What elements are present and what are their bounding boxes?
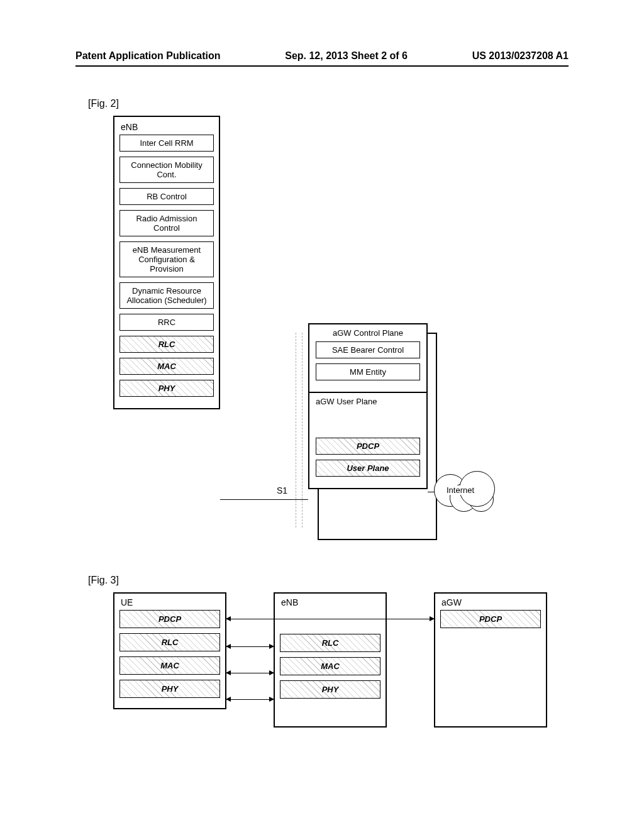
- enb-func-radio-admission: Radio Admission Control: [119, 210, 214, 236]
- agw-control-plane: aGW Control Plane SAE Bearer Control MM …: [308, 323, 428, 393]
- enb-layer-phy: PHY: [119, 380, 214, 397]
- agw-layer-pdcp-fig3: PDCP: [440, 610, 541, 628]
- enb-func-rrc: RRC: [119, 314, 214, 331]
- enb-func-scheduler: Dynamic Resource Allocation (Scheduler): [119, 282, 214, 309]
- agw-box-fig3: aGW PDCP: [434, 592, 547, 728]
- enb-layer-rlc: RLC: [119, 336, 214, 353]
- enb-func-measurement: eNB Measurement Configuration & Provisio…: [119, 241, 214, 277]
- s1-connector: [220, 499, 308, 500]
- header-right: US 2013/0237208 A1: [472, 50, 569, 62]
- enb-layer-phy-fig3: PHY: [280, 680, 380, 699]
- enb-func-connection-mobility: Connection Mobility Cont.: [119, 157, 214, 183]
- agw-user-plane: aGW User Plane PDCP User Plane: [308, 392, 428, 489]
- fig2-label: [Fig. 2]: [88, 98, 569, 109]
- figure-2: eNB Inter Cell RRM Connection Mobility C…: [75, 116, 569, 556]
- enb-layer-mac-fig3: MAC: [280, 657, 380, 675]
- header-rule: [75, 65, 569, 67]
- page-header: Patent Application Publication Sep. 12, …: [75, 50, 569, 62]
- agw-mm-entity: MM Entity: [316, 363, 420, 380]
- enb-title-fig3: eNB: [281, 597, 380, 607]
- page-container: Patent Application Publication Sep. 12, …: [0, 0, 644, 781]
- ue-box: UE PDCP RLC MAC PHY: [113, 592, 226, 709]
- ue-layer-phy: PHY: [119, 680, 220, 698]
- agw-layer-pdcp: PDCP: [316, 438, 420, 455]
- s1-label: S1: [277, 485, 287, 495]
- dashed-line-2: [302, 333, 303, 528]
- ue-title: UE: [121, 597, 220, 607]
- enb-func-inter-cell-rrm: Inter Cell RRM: [119, 135, 214, 152]
- enb-box-fig3: eNB RLC MAC PHY: [274, 592, 387, 728]
- internet-label: Internet: [447, 485, 474, 495]
- arrow-mac: [226, 673, 274, 673]
- enb-func-rb-control: RB Control: [119, 188, 214, 205]
- dashed-line-1: [296, 333, 296, 528]
- arrow-rlc: [226, 646, 274, 647]
- header-left: Patent Application Publication: [75, 50, 221, 62]
- enb-box: eNB Inter Cell RRM Connection Mobility C…: [113, 116, 220, 409]
- ue-layer-rlc: RLC: [119, 633, 220, 651]
- agw-sae-bearer: SAE Bearer Control: [316, 341, 420, 358]
- enb-layer-mac: MAC: [119, 358, 214, 375]
- agw-title-fig3: aGW: [441, 597, 541, 607]
- agw-container: aGW Control Plane SAE Bearer Control MM …: [308, 323, 428, 489]
- enb-title: eNB: [121, 122, 214, 132]
- agw-cp-title: aGW Control Plane: [316, 328, 420, 338]
- agw-up-title: aGW User Plane: [316, 397, 420, 406]
- enb-layer-rlc-fig3: RLC: [280, 634, 380, 652]
- arrow-pdcp: [226, 619, 434, 619]
- ue-layer-mac: MAC: [119, 656, 220, 675]
- arrow-phy: [226, 699, 274, 700]
- fig3-label: [Fig. 3]: [88, 575, 569, 586]
- header-center: Sep. 12, 2013 Sheet 2 of 6: [285, 50, 408, 62]
- figure-3: UE PDCP RLC MAC PHY eNB RLC MAC PHY aGW …: [113, 592, 569, 756]
- ue-layer-pdcp: PDCP: [119, 610, 220, 628]
- agw-layer-userplane: User Plane: [316, 460, 420, 477]
- internet-cloud: Internet: [434, 468, 497, 518]
